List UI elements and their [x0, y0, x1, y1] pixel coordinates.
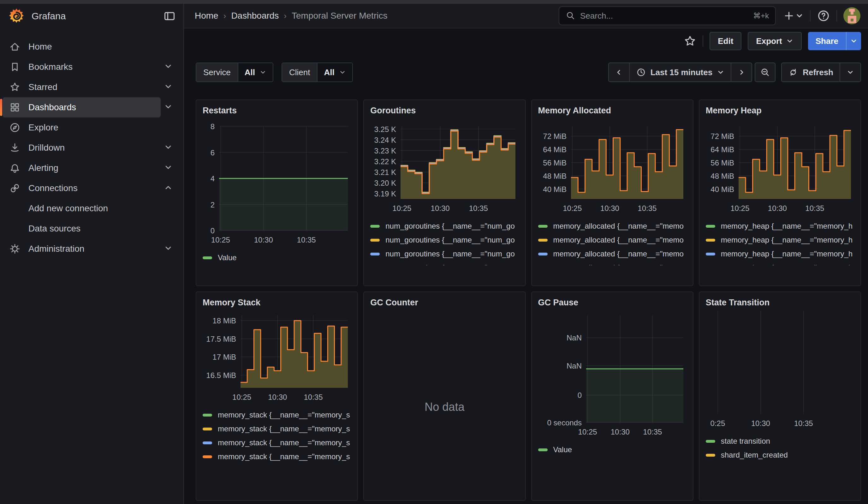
- legend-item[interactable]: memory_heap {__name__="memory_h: [706, 233, 854, 247]
- search-field[interactable]: [580, 11, 749, 21]
- legend-item[interactable]: num_goroutines {__name__="num_go: [370, 247, 519, 261]
- restarts-chart[interactable]: 8642010:2510:3010:35: [203, 126, 351, 245]
- legend: memory_allocated {__name__="memo memory_…: [538, 219, 686, 265]
- panel-title[interactable]: Goroutines: [370, 106, 519, 116]
- legend-item[interactable]: num_goroutines {__name__="num_go: [370, 233, 519, 247]
- chevron-down-icon[interactable]: [164, 143, 173, 153]
- client-filter-value[interactable]: All: [317, 63, 352, 81]
- breadcrumb-home[interactable]: Home: [195, 11, 218, 21]
- legend-item[interactable]: memory_allocated {__name__="memo: [538, 261, 686, 265]
- memory-allocated-chart[interactable]: 72 MiB64 MiB56 MiB48 MiB40 MiB10:2510:30…: [538, 126, 686, 214]
- series-color-marker: [203, 442, 212, 444]
- chevron-down-icon[interactable]: [164, 163, 173, 173]
- share-dropdown-button[interactable]: [846, 32, 861, 50]
- search-input[interactable]: ⌘+k: [559, 6, 776, 25]
- sidebar-item-drilldown[interactable]: Drilldown: [0, 138, 183, 158]
- panel-title[interactable]: Restarts: [203, 106, 351, 116]
- time-back-button[interactable]: [609, 63, 630, 81]
- goroutines-chart[interactable]: 3.25 K3.24 K3.23 K3.22 K3.21 K3.20 K3.19…: [370, 126, 519, 214]
- sidebar-item-dashboards[interactable]: Dashboards: [0, 97, 183, 117]
- chevron-down-icon: [786, 37, 794, 45]
- sidebar-item-data-sources[interactable]: Data sources: [0, 218, 183, 239]
- legend-item[interactable]: memory_allocated {__name__="memo: [538, 247, 686, 261]
- help-button[interactable]: [817, 9, 830, 22]
- svg-text:2: 2: [210, 200, 215, 209]
- svg-text:3.20 K: 3.20 K: [374, 179, 396, 187]
- share-button[interactable]: Share: [808, 32, 846, 50]
- sidebar-item-explore[interactable]: Explore: [0, 117, 183, 138]
- chevron-down-icon: [850, 37, 858, 45]
- star-dashboard-button[interactable]: [684, 35, 696, 48]
- svg-text:0 seconds: 0 seconds: [547, 419, 581, 427]
- legend-item[interactable]: memory_heap {__name__="memory_h: [706, 219, 854, 233]
- panel-title[interactable]: GC Counter: [370, 298, 519, 308]
- memory-stack-chart[interactable]: 18 MiB17.5 MiB17 MiB16.5 MiB10:2510:3010…: [203, 315, 351, 402]
- svg-text:40 MiB: 40 MiB: [543, 185, 567, 194]
- svg-text:4: 4: [210, 174, 215, 183]
- panel-title[interactable]: Memory Heap: [706, 106, 854, 116]
- series-color-marker: [706, 454, 715, 457]
- add-button[interactable]: [784, 10, 804, 22]
- sidebar-item-administration[interactable]: Administration: [0, 239, 183, 259]
- panel-title[interactable]: GC Pause: [538, 298, 686, 308]
- series-color-marker: [203, 455, 212, 458]
- svg-text:10:30: 10:30: [768, 204, 787, 213]
- legend-item[interactable]: memory_heap {__name__="memory_h: [706, 261, 854, 265]
- svg-text:8: 8: [210, 122, 215, 131]
- breadcrumb-dashboards[interactable]: Dashboards: [231, 11, 279, 21]
- chevron-down-icon[interactable]: [164, 82, 173, 92]
- sidebar-item-bookmarks[interactable]: Bookmarks: [0, 57, 183, 77]
- service-filter-value[interactable]: All: [238, 63, 273, 81]
- chevron-left-icon: [615, 69, 623, 76]
- sidebar-toggle-icon[interactable]: [163, 10, 176, 22]
- sidebar-item-add-new-connection[interactable]: Add new connection: [0, 198, 183, 218]
- time-range-picker[interactable]: Last 15 minutes: [630, 63, 732, 81]
- time-forward-button[interactable]: [731, 63, 752, 81]
- gc-pause-chart[interactable]: NaNNaN00 seconds10:2510:3010:35: [538, 315, 686, 437]
- sidebar-item-connections[interactable]: Connections: [0, 178, 183, 198]
- legend-item[interactable]: memory_allocated {__name__="memo: [538, 233, 686, 247]
- svg-text:64 MiB: 64 MiB: [711, 145, 734, 154]
- refresh-interval-dropdown[interactable]: [840, 63, 860, 81]
- state-transition-chart[interactable]: 0:2510:3010:35: [706, 311, 854, 429]
- sidebar-item-alerting[interactable]: Alerting: [0, 158, 183, 178]
- svg-text:10:30: 10:30: [254, 236, 273, 244]
- chevron-down-icon[interactable]: [164, 102, 173, 112]
- grafana-logo-icon[interactable]: [8, 8, 24, 24]
- legend-item[interactable]: memory_stack {__name__="memory_s: [203, 408, 351, 422]
- time-zoom-out-button[interactable]: [755, 63, 776, 82]
- legend-item[interactable]: memory_stack {__name__="memory_s: [203, 450, 351, 464]
- legend-item[interactable]: Value: [538, 443, 686, 457]
- time-controls: Last 15 minutes Refresh: [608, 63, 861, 82]
- sidebar-item-home[interactable]: Home: [0, 37, 183, 57]
- legend-item[interactable]: memory_allocated {__name__="memo: [538, 219, 686, 233]
- refresh-button[interactable]: Refresh: [782, 63, 840, 81]
- legend-item[interactable]: num_goroutines {__name__="num_go: [370, 219, 519, 233]
- dashboards-grid-icon: [9, 101, 21, 113]
- legend-item[interactable]: memory_stack {__name__="memory_s: [203, 422, 351, 436]
- sidebar-item-starred[interactable]: Starred: [0, 77, 183, 97]
- no-data-message: No data: [364, 400, 525, 414]
- legend-item[interactable]: memory_heap {__name__="memory_h: [706, 247, 854, 261]
- svg-text:3.24 K: 3.24 K: [374, 136, 396, 144]
- edit-button[interactable]: Edit: [710, 32, 742, 50]
- chevron-down-icon[interactable]: [164, 244, 173, 254]
- panel-title[interactable]: State Transition: [706, 298, 854, 308]
- legend-item[interactable]: memory_stack {__name__="memory_s: [203, 436, 351, 450]
- series-color-marker: [370, 225, 380, 228]
- legend-item[interactable]: state transition: [706, 434, 854, 448]
- panel-title[interactable]: Memory Stack: [203, 298, 351, 308]
- memory-heap-chart[interactable]: 72 MiB64 MiB56 MiB48 MiB40 MiB10:2510:30…: [706, 126, 854, 214]
- legend-item[interactable]: num_goroutines {__name__="num_go: [370, 261, 519, 265]
- chevron-down-icon[interactable]: [164, 62, 173, 72]
- svg-text:10:35: 10:35: [304, 393, 323, 401]
- export-button[interactable]: Export: [748, 32, 802, 50]
- svg-text:17.5 MiB: 17.5 MiB: [206, 335, 236, 343]
- legend-item[interactable]: shard_item_created: [706, 448, 854, 462]
- chevron-up-icon[interactable]: [164, 183, 173, 193]
- avatar[interactable]: [844, 7, 860, 24]
- legend-item[interactable]: Value: [203, 251, 351, 265]
- svg-text:10:30: 10:30: [268, 393, 287, 401]
- panel-title[interactable]: Memory Allocated: [538, 106, 686, 116]
- svg-text:10:30: 10:30: [600, 204, 619, 213]
